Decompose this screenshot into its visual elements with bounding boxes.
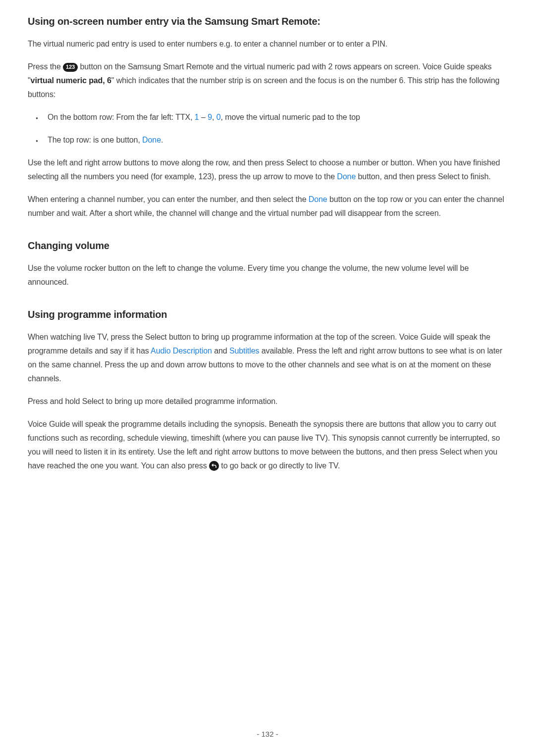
text-fragment: On the bottom row: From the far left: TT… bbox=[48, 113, 195, 121]
paragraph: When watching live TV, press the Select … bbox=[28, 330, 507, 386]
page-number: - 132 - bbox=[0, 730, 535, 738]
text-fragment: Press the bbox=[28, 62, 63, 71]
text-fragment: When entering a channel number, you can … bbox=[28, 195, 309, 203]
back-return-icon bbox=[209, 461, 219, 471]
bullet-list: On the bottom row: From the far left: TT… bbox=[28, 110, 507, 147]
paragraph: Use the volume rocker button on the left… bbox=[28, 261, 507, 289]
text-fragment: The top row: is one button, bbox=[48, 136, 142, 144]
heading-changing-volume: Changing volume bbox=[28, 240, 507, 252]
paragraph: Voice Guide will speak the programme det… bbox=[28, 417, 507, 473]
text-fragment: . bbox=[161, 136, 163, 144]
list-item: On the bottom row: From the far left: TT… bbox=[48, 110, 507, 124]
text-fragment: to go back or go directly to live TV. bbox=[219, 461, 340, 470]
text-fragment: , move the virtual numeric pad to the to… bbox=[220, 113, 360, 121]
link-done: Done bbox=[309, 195, 327, 203]
bold-text: virtual numeric pad, 6 bbox=[31, 76, 111, 85]
paragraph: When entering a channel number, you can … bbox=[28, 193, 507, 220]
text-fragment: , bbox=[212, 113, 216, 121]
paragraph: Use the left and right arrow buttons to … bbox=[28, 156, 507, 184]
remote-123-icon: 123 bbox=[63, 63, 78, 72]
text-fragment: – bbox=[199, 113, 208, 121]
heading-programme-info: Using programme information bbox=[28, 309, 507, 320]
link-number-9: 9 bbox=[208, 113, 212, 121]
link-audio-description: Audio Description bbox=[151, 347, 212, 355]
paragraph: Press and hold Select to bring up more d… bbox=[28, 395, 507, 408]
link-done: Done bbox=[142, 136, 161, 144]
paragraph: The virtual numeric pad entry is used to… bbox=[28, 37, 507, 51]
text-fragment: and bbox=[212, 347, 229, 355]
link-number-1: 1 bbox=[195, 113, 199, 121]
list-item: The top row: is one button, Done. bbox=[48, 133, 507, 147]
paragraph: Press the 123 button on the Samsung Smar… bbox=[28, 60, 507, 101]
link-subtitles: Subtitles bbox=[229, 347, 259, 355]
text-fragment: button, and then press Select to finish. bbox=[356, 172, 491, 181]
heading-number-entry: Using on-screen number entry via the Sam… bbox=[28, 16, 507, 27]
link-done: Done bbox=[337, 172, 356, 181]
